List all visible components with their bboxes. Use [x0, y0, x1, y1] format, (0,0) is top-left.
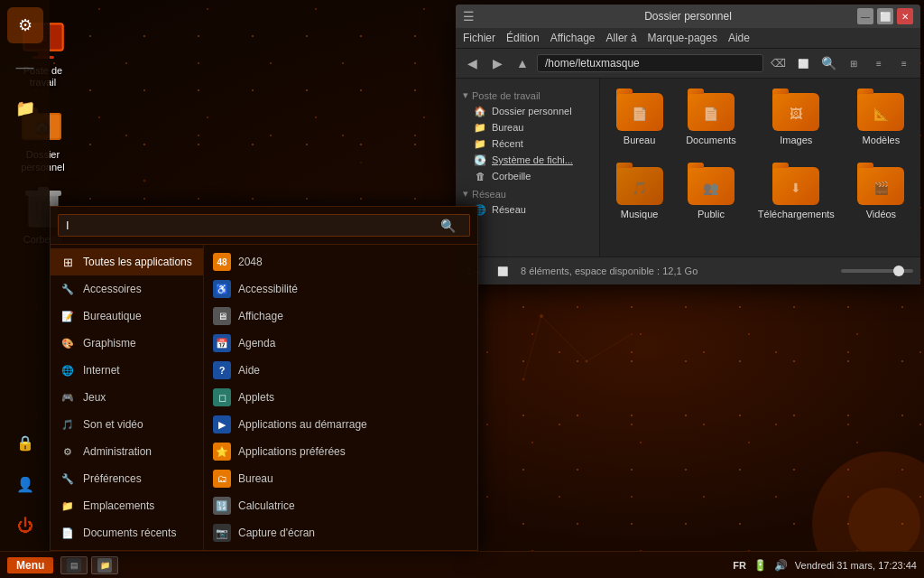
- toolbar-grid-button[interactable]: ⊞: [843, 52, 864, 74]
- window-close-button[interactable]: ✕: [897, 8, 913, 24]
- menu-app-affichage[interactable]: 🖥 Affichage: [204, 303, 477, 330]
- file-item-public[interactable]: 👥 Public: [682, 163, 740, 223]
- menu-search-area: 🔍: [51, 207, 477, 245]
- file-item-modeles[interactable]: 📐 Modèles: [853, 89, 910, 149]
- window-toolbar: ◀ ▶ ▲ /home/letuxmasque ⌫ ⬜ 🔍 ⊞ ≡ ≡: [456, 49, 920, 79]
- menu-cat-documents-recents[interactable]: 📄 Documents récents: [51, 519, 203, 546]
- menu-cat-internet[interactable]: 🌐 Internet: [51, 357, 203, 384]
- menu-aide[interactable]: Aide: [728, 30, 750, 46]
- menu-marque-pages[interactable]: Marque-pages: [648, 30, 717, 46]
- zoom-slider[interactable]: [841, 269, 913, 273]
- toolbar-split-button[interactable]: ⬜: [792, 52, 814, 74]
- taskbar-app-thumb-files: 📁: [97, 558, 112, 573]
- menu-cat-toutes[interactable]: ⊞ Toutes les applications: [51, 248, 203, 275]
- fs-item-recent[interactable]: 📁 Récent: [456, 135, 599, 152]
- address-bar[interactable]: /home/letuxmasque: [537, 54, 763, 72]
- fs-item-bureau[interactable]: 📁 Bureau: [456, 119, 599, 135]
- menu-app-accessibilite[interactable]: ♿ Accessibilité: [204, 275, 477, 303]
- svg-point-24: [522, 378, 525, 381]
- taskbar-lang[interactable]: FR: [733, 560, 746, 571]
- menu-search-input[interactable]: [58, 214, 470, 237]
- app-icon-accessibilite: ♿: [213, 280, 231, 298]
- taskbar-volume-icon[interactable]: 🔊: [774, 559, 788, 572]
- app-icon-affichage: 🖥: [213, 307, 231, 325]
- menu-app-agenda[interactable]: 📅 Agenda: [204, 330, 477, 357]
- sidebar-icon-lock[interactable]: 🔒: [7, 424, 43, 461]
- toolbar-clear-button[interactable]: ⌫: [767, 52, 789, 74]
- cat-icon-toutes: ⊞: [60, 254, 76, 270]
- app-icon-2048: 48: [213, 253, 231, 271]
- file-item-telechargements[interactable]: ⬇ Téléchargements: [754, 163, 838, 223]
- taskbar-app-terminal[interactable]: ▤: [60, 556, 88, 574]
- menu-app-2048[interactable]: 48 2048: [204, 248, 477, 275]
- menu-app-bureau[interactable]: 🗂 Bureau: [204, 465, 477, 492]
- menu-affichage[interactable]: Affichage: [550, 30, 596, 46]
- fs-item-systeme[interactable]: 💽 Système de fichi...: [456, 152, 599, 168]
- menu-app-calculatrice[interactable]: 🔢 Calculatrice: [204, 492, 477, 519]
- file-main-area: 📄 Bureau 📄 Documents 🖼 Images: [600, 79, 920, 256]
- app-label-bureau: Bureau: [238, 472, 273, 485]
- menu-app-applications-demarrage[interactable]: ▶ Applications au démarrage: [204, 411, 477, 438]
- cat-icon-accessoires: 🔧: [60, 281, 76, 297]
- sidebar-icon-folder[interactable]: 📁: [7, 90, 43, 126]
- window-controls: — ⬜ ✕: [857, 8, 913, 24]
- taskbar-app-files[interactable]: 📁: [91, 556, 118, 574]
- file-item-videos[interactable]: 🎬 Vidéos: [853, 163, 910, 223]
- menu-cat-emplacements[interactable]: 📁 Emplacements: [51, 492, 203, 519]
- sidebar-icon-user[interactable]: 👤: [7, 466, 43, 502]
- cat-label-emplacements: Emplacements: [83, 499, 154, 512]
- menu-cat-son-video[interactable]: 🎵 Son et vidéo: [51, 411, 203, 438]
- toolbar-forward-button[interactable]: ▶: [486, 52, 508, 74]
- file-item-images[interactable]: 🖼 Images: [754, 89, 838, 149]
- cat-icon-graphisme: 🎨: [60, 335, 76, 351]
- window-menu-bar: Fichier Édition Affichage Aller à Marque…: [456, 28, 920, 49]
- menu-aller-a[interactable]: Aller à: [606, 30, 637, 46]
- svg-point-23: [631, 333, 633, 335]
- statusbar-view-btn2[interactable]: ⬜: [492, 260, 513, 282]
- menu-cat-preferences[interactable]: 🔧 Préférences: [51, 465, 203, 492]
- app-label-affichage: Affichage: [238, 310, 283, 322]
- cat-label-internet: Internet: [83, 364, 120, 377]
- menu-cat-bureautique[interactable]: 📝 Bureautique: [51, 303, 203, 330]
- toolbar-back-button[interactable]: ◀: [461, 52, 483, 74]
- menu-categories: ⊞ Toutes les applications 🔧 Accessoires …: [51, 245, 204, 550]
- menu-apps-list: 48 2048 ♿ Accessibilité 🖥 Affichage 📅 Ag…: [204, 245, 477, 550]
- window-minimize-button[interactable]: —: [857, 8, 873, 24]
- toolbar-list-button[interactable]: ≡: [868, 52, 890, 74]
- menu-cat-accessoires[interactable]: 🔧 Accessoires: [51, 275, 203, 303]
- sidebar-icon-minus[interactable]: —: [7, 49, 43, 85]
- menu-app-applets[interactable]: ◻ Applets: [204, 384, 477, 411]
- app-label-accessibilite: Accessibilité: [238, 283, 298, 295]
- svg-point-29: [848, 488, 920, 560]
- file-item-bureau[interactable]: 📄 Bureau: [611, 89, 668, 149]
- menu-fichier[interactable]: Fichier: [463, 30, 495, 46]
- window-maximize-button[interactable]: ⬜: [877, 8, 893, 24]
- statusbar-info: 8 éléments, espace disponible : 12,1 Go: [521, 266, 698, 276]
- file-item-documents[interactable]: 📄 Documents: [682, 89, 740, 149]
- file-item-musique[interactable]: 🎵 Musique: [611, 163, 668, 223]
- window-menu-icon[interactable]: ☰: [463, 9, 475, 23]
- window-titlebar: ☰ Dossier personnel — ⬜ ✕: [456, 5, 920, 28]
- menu-app-capture-ecran[interactable]: 📷 Capture d'écran: [204, 519, 477, 546]
- fs-item-corbeille[interactable]: 🗑 Corbeille: [456, 168, 599, 184]
- zoom-handle: [893, 266, 904, 276]
- menu-cat-jeux[interactable]: 🎮 Jeux: [51, 384, 203, 411]
- desktop: 🖥 Poste de travail 🏠 Dossier personnel: [0, 0, 924, 578]
- app-icon-capture-ecran: 📷: [213, 524, 231, 542]
- taskbar-battery-icon: 🔋: [753, 559, 767, 572]
- taskbar: Menu ▤ 📁 FR 🔋 🔊 Vendredi 31 mars, 17:23:…: [0, 551, 924, 578]
- menu-cat-administration[interactable]: ⚙ Administration: [51, 438, 203, 465]
- menu-app-aide[interactable]: ? Aide: [204, 357, 477, 384]
- menu-app-applications-preferees[interactable]: ⭐ Applications préférées: [204, 438, 477, 465]
- menu-edition[interactable]: Édition: [506, 30, 540, 46]
- toolbar-search-button[interactable]: 🔍: [818, 52, 839, 74]
- fs-item-dossier-personnel[interactable]: 🏠 Dossier personnel: [456, 103, 599, 119]
- app-icon-applets: ◻: [213, 388, 231, 406]
- taskbar-menu-button[interactable]: Menu: [7, 557, 53, 573]
- menu-cat-graphisme[interactable]: 🎨 Graphisme: [51, 330, 203, 357]
- toolbar-up-button[interactable]: ▲: [512, 52, 533, 74]
- sidebar-icon-power[interactable]: ⏻: [7, 508, 43, 544]
- sidebar-icon-settings[interactable]: ⚙: [7, 7, 43, 43]
- file-statusbar: 1← ⬜ 8 éléments, espace disponible : 12,…: [456, 256, 920, 284]
- toolbar-more-button[interactable]: ≡: [893, 52, 915, 74]
